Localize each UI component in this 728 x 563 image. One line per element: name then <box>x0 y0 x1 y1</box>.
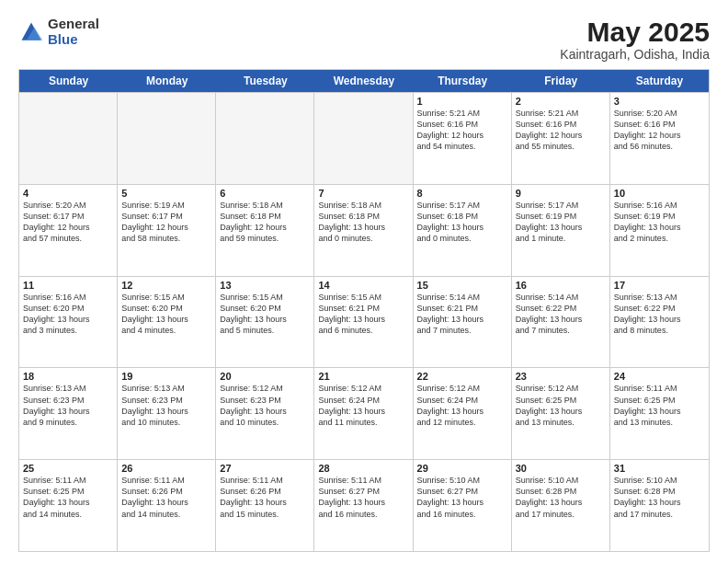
cell-text: and 7 minutes. <box>417 325 507 336</box>
cell-text: Sunset: 6:18 PM <box>318 211 408 222</box>
logo-general: General <box>48 17 99 32</box>
cell-text: Sunset: 6:26 PM <box>121 486 211 497</box>
cal-cell-day-26: 26Sunrise: 5:11 AMSunset: 6:26 PMDayligh… <box>118 460 216 551</box>
day-number: 9 <box>516 188 606 199</box>
cell-text: Daylight: 13 hours <box>23 497 113 508</box>
cell-text: Sunrise: 5:15 AM <box>121 292 211 303</box>
cell-text: and 58 minutes. <box>121 233 211 244</box>
cell-text: Sunset: 6:28 PM <box>614 486 705 497</box>
logo: General Blue <box>18 17 99 47</box>
cell-text: Daylight: 13 hours <box>23 314 113 325</box>
cell-text: Sunset: 6:25 PM <box>23 486 113 497</box>
cal-cell-empty <box>314 93 413 184</box>
page: General Blue May 2025 Kaintragarh, Odish… <box>0 0 728 563</box>
day-number: 1 <box>417 96 507 107</box>
cell-text: Sunrise: 5:11 AM <box>318 475 408 486</box>
header-day-friday: Friday <box>512 70 610 92</box>
day-number: 19 <box>121 371 211 382</box>
cell-text: and 3 minutes. <box>23 325 113 336</box>
cell-text: Daylight: 13 hours <box>417 497 507 508</box>
day-number: 17 <box>614 280 705 291</box>
cell-text: and 13 minutes. <box>614 417 705 428</box>
cell-text: Sunrise: 5:10 AM <box>516 475 606 486</box>
cell-text: Sunset: 6:16 PM <box>417 119 507 130</box>
cal-cell-day-7: 7Sunrise: 5:18 AMSunset: 6:18 PMDaylight… <box>314 185 413 276</box>
day-number: 6 <box>220 188 310 199</box>
cell-text: Daylight: 13 hours <box>614 222 705 233</box>
cell-text: Sunset: 6:24 PM <box>417 395 507 406</box>
cell-text: and 6 minutes. <box>318 325 408 336</box>
header: General Blue May 2025 Kaintragarh, Odish… <box>18 17 710 62</box>
cell-text: and 4 minutes. <box>121 325 211 336</box>
cal-cell-day-2: 2Sunrise: 5:21 AMSunset: 6:16 PMDaylight… <box>512 93 610 184</box>
cal-cell-day-15: 15Sunrise: 5:14 AMSunset: 6:21 PMDayligh… <box>414 277 512 368</box>
cell-text: and 0 minutes. <box>318 233 408 244</box>
day-number: 12 <box>121 280 211 291</box>
cell-text: and 57 minutes. <box>23 233 113 244</box>
cell-text: Sunrise: 5:21 AM <box>417 108 507 119</box>
cell-text: Sunrise: 5:11 AM <box>121 475 211 486</box>
day-number: 24 <box>614 371 705 382</box>
day-number: 26 <box>121 463 211 474</box>
cell-text: Sunrise: 5:11 AM <box>220 475 310 486</box>
cal-cell-day-5: 5Sunrise: 5:19 AMSunset: 6:17 PMDaylight… <box>118 185 216 276</box>
cal-cell-empty <box>216 93 314 184</box>
day-number: 29 <box>417 463 507 474</box>
header-day-tuesday: Tuesday <box>216 70 314 92</box>
day-number: 31 <box>614 463 705 474</box>
cell-text: Sunrise: 5:18 AM <box>318 200 408 211</box>
cell-text: Sunrise: 5:12 AM <box>417 383 507 394</box>
cell-text: Sunset: 6:27 PM <box>318 486 408 497</box>
cal-row-1: 4Sunrise: 5:20 AMSunset: 6:17 PMDaylight… <box>19 184 709 276</box>
cell-text: Sunrise: 5:13 AM <box>614 292 705 303</box>
day-number: 2 <box>516 96 606 107</box>
cell-text: and 0 minutes. <box>417 233 507 244</box>
cell-text: Daylight: 13 hours <box>121 314 211 325</box>
cal-cell-day-16: 16Sunrise: 5:14 AMSunset: 6:22 PMDayligh… <box>512 277 610 368</box>
cal-cell-day-28: 28Sunrise: 5:11 AMSunset: 6:27 PMDayligh… <box>314 460 413 551</box>
cell-text: Daylight: 13 hours <box>23 406 113 417</box>
day-number: 18 <box>23 371 113 382</box>
day-number: 22 <box>417 371 507 382</box>
day-number: 16 <box>516 280 606 291</box>
location: Kaintragarh, Odisha, India <box>560 47 710 62</box>
cell-text: Sunrise: 5:12 AM <box>318 383 408 394</box>
cell-text: Daylight: 13 hours <box>220 406 310 417</box>
cell-text: Sunrise: 5:13 AM <box>23 383 113 394</box>
cell-text: Sunrise: 5:16 AM <box>23 292 113 303</box>
cal-cell-day-3: 3Sunrise: 5:20 AMSunset: 6:16 PMDaylight… <box>610 93 709 184</box>
day-number: 20 <box>220 371 310 382</box>
cal-cell-day-27: 27Sunrise: 5:11 AMSunset: 6:26 PMDayligh… <box>216 460 314 551</box>
cell-text: Sunrise: 5:13 AM <box>121 383 211 394</box>
cal-cell-day-30: 30Sunrise: 5:10 AMSunset: 6:28 PMDayligh… <box>512 460 610 551</box>
cell-text: Sunset: 6:20 PM <box>121 303 211 314</box>
cell-text: Sunrise: 5:15 AM <box>318 292 408 303</box>
cell-text: Sunset: 6:19 PM <box>516 211 606 222</box>
cell-text: Sunrise: 5:14 AM <box>516 292 606 303</box>
cal-cell-day-19: 19Sunrise: 5:13 AMSunset: 6:23 PMDayligh… <box>118 368 216 459</box>
cell-text: and 14 minutes. <box>121 509 211 520</box>
cell-text: Sunrise: 5:12 AM <box>220 383 310 394</box>
day-number: 14 <box>318 280 408 291</box>
day-number: 28 <box>318 463 408 474</box>
cell-text: Sunrise: 5:11 AM <box>23 475 113 486</box>
header-day-monday: Monday <box>118 70 216 92</box>
cell-text: Sunrise: 5:10 AM <box>614 475 705 486</box>
cal-cell-day-1: 1Sunrise: 5:21 AMSunset: 6:16 PMDaylight… <box>414 93 512 184</box>
cell-text: Sunrise: 5:10 AM <box>417 475 507 486</box>
cell-text: Daylight: 13 hours <box>220 314 310 325</box>
cell-text: Daylight: 13 hours <box>614 497 705 508</box>
cell-text: Sunset: 6:21 PM <box>318 303 408 314</box>
cal-cell-day-11: 11Sunrise: 5:16 AMSunset: 6:20 PMDayligh… <box>19 277 118 368</box>
cell-text: Daylight: 13 hours <box>318 497 408 508</box>
logo-blue: Blue <box>48 32 99 48</box>
header-day-sunday: Sunday <box>19 70 118 92</box>
cell-text: and 12 minutes. <box>417 417 507 428</box>
cell-text: Sunset: 6:16 PM <box>614 119 705 130</box>
cell-text: and 9 minutes. <box>23 417 113 428</box>
day-number: 13 <box>220 280 310 291</box>
cell-text: Daylight: 13 hours <box>220 497 310 508</box>
cell-text: Daylight: 12 hours <box>614 130 705 141</box>
day-number: 4 <box>23 188 113 199</box>
header-day-thursday: Thursday <box>414 70 512 92</box>
